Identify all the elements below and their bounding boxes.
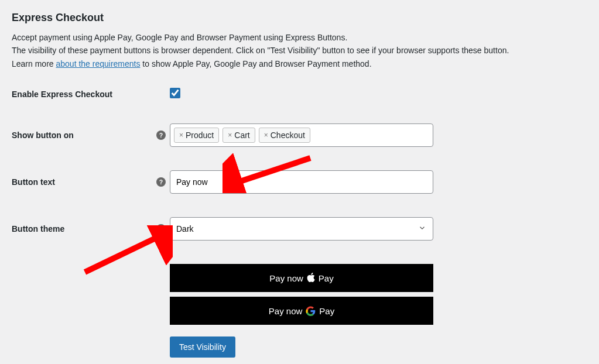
button-text-row: Button text ? — [12, 170, 587, 194]
tag-checkout-label: Checkout — [271, 131, 305, 140]
intro-line-1: Accept payment using Apple Pay, Google P… — [12, 31, 587, 44]
apple-pay-preview-button[interactable]: Pay now Pay — [170, 264, 433, 292]
apple-pay-text: Pay — [319, 273, 334, 283]
preview-buttons: Pay now Pay Pay now Pay Test Visibility — [170, 264, 587, 358]
tag-container[interactable]: ×Product ×Cart ×Checkout — [170, 123, 433, 147]
button-text-input[interactable] — [170, 170, 433, 194]
show-button-row: Show button on ? ×Product ×Cart ×Checkou… — [12, 123, 587, 147]
enable-label: Enable Express Checkout — [12, 90, 152, 99]
tag-cart[interactable]: ×Cart — [223, 128, 255, 143]
tag-remove-icon[interactable]: × — [264, 131, 268, 139]
intro-line-3-before: Learn more — [12, 59, 56, 68]
tag-remove-icon[interactable]: × — [179, 131, 183, 139]
help-icon[interactable]: ? — [156, 224, 166, 233]
section-title: Express Checkout — [12, 12, 587, 24]
apple-logo-icon — [307, 273, 315, 284]
button-theme-row: Button theme ? Dark — [12, 217, 587, 241]
help-icon[interactable]: ? — [156, 131, 166, 140]
button-theme-label: Button theme — [12, 224, 152, 233]
tag-product-label: Product — [186, 131, 214, 140]
gpay-paynow-text: Pay now — [269, 306, 303, 316]
tag-remove-icon[interactable]: × — [228, 131, 232, 139]
button-text-label: Button text — [12, 177, 152, 187]
help-icon[interactable]: ? — [156, 177, 166, 187]
tag-product[interactable]: ×Product — [174, 128, 219, 143]
button-theme-select[interactable]: Dark — [170, 217, 433, 241]
google-logo-icon — [306, 306, 316, 316]
show-button-label: Show button on — [12, 131, 152, 140]
enable-checkbox[interactable] — [170, 88, 180, 98]
tag-cart-label: Cart — [234, 131, 249, 140]
intro-text: Accept payment using Apple Pay, Google P… — [12, 31, 587, 70]
about-requirements-link[interactable]: about the requirements — [56, 59, 140, 68]
intro-line-3: Learn more about the requirements to sho… — [12, 57, 587, 70]
apple-pay-paynow-text: Pay now — [269, 273, 303, 283]
intro-line-2: The visibility of these payment buttons … — [12, 44, 587, 57]
intro-line-3-after: to show Apple Pay, Google Pay and Browse… — [140, 59, 371, 68]
enable-row: Enable Express Checkout — [12, 88, 587, 100]
test-visibility-button[interactable]: Test Visibility — [170, 336, 235, 358]
google-pay-preview-button[interactable]: Pay now Pay — [170, 297, 433, 325]
gpay-text: Pay — [319, 306, 334, 316]
tag-checkout[interactable]: ×Checkout — [259, 128, 310, 143]
